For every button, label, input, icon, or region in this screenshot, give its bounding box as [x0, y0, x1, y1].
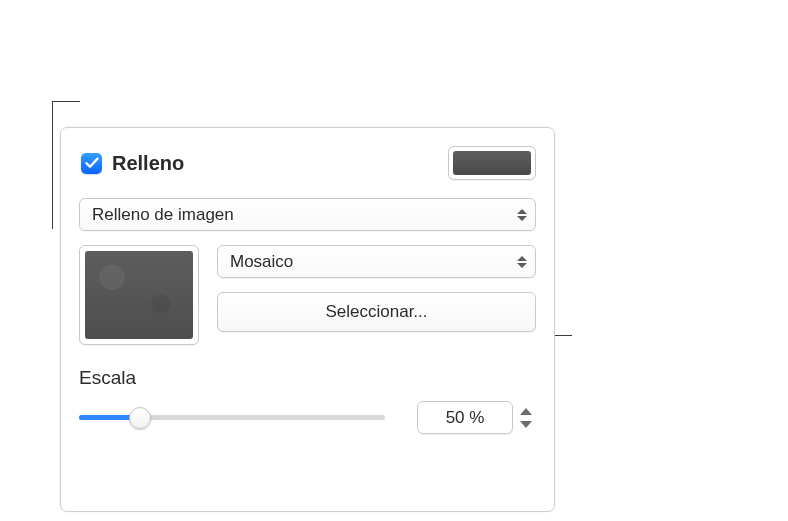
fill-enabled-checkbox[interactable]	[81, 153, 102, 174]
choose-image-button[interactable]: Seleccionar...	[217, 292, 536, 332]
fill-checkbox-group: Relleno	[81, 152, 184, 175]
fill-image-thumbnail	[85, 251, 193, 339]
fill-tiling-popup[interactable]: Mosaico	[217, 245, 536, 278]
fill-color-swatch	[453, 151, 531, 175]
stepper-up-icon[interactable]	[520, 408, 532, 415]
scale-label: Escala	[79, 367, 536, 389]
fill-color-well[interactable]	[448, 146, 536, 180]
fill-inspector-panel: Relleno Relleno de imagen Mosaico	[60, 127, 555, 512]
fill-section-header: Relleno	[79, 146, 536, 180]
scale-slider[interactable]	[79, 407, 385, 429]
chevron-up-down-icon	[510, 256, 534, 268]
fill-type-row: Relleno de imagen	[79, 198, 536, 231]
image-fill-options: Mosaico Seleccionar...	[217, 245, 536, 345]
scale-value-group: 50 %	[417, 401, 536, 434]
checkmark-icon	[85, 157, 99, 169]
fill-type-value: Relleno de imagen	[92, 205, 234, 225]
scale-slider-track	[79, 415, 385, 420]
fill-type-popup[interactable]: Relleno de imagen	[79, 198, 536, 231]
fill-tiling-value: Mosaico	[230, 252, 293, 272]
fill-section-label: Relleno	[112, 152, 184, 175]
fill-image-well[interactable]	[79, 245, 199, 345]
image-fill-row: Mosaico Seleccionar...	[79, 245, 536, 345]
scale-value-text: 50 %	[446, 408, 485, 428]
scale-stepper	[516, 401, 536, 434]
scale-row: 50 %	[79, 401, 536, 434]
chevron-up-down-icon	[510, 209, 534, 221]
choose-image-button-label: Seleccionar...	[325, 302, 427, 322]
scale-slider-knob[interactable]	[129, 407, 151, 429]
stepper-down-icon[interactable]	[520, 421, 532, 428]
scale-value-field[interactable]: 50 %	[417, 401, 513, 434]
